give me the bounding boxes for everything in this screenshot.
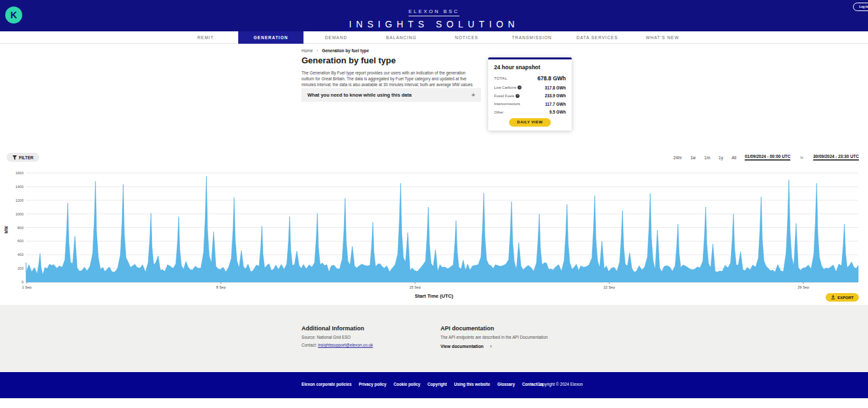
snapshot-total-row: TOTAL 678.8 GWh bbox=[494, 75, 566, 82]
info-expander[interactable]: What you need to know while using this d… bbox=[302, 88, 481, 102]
snapshot-title: 24 hour snapshot bbox=[494, 64, 566, 71]
row-label: Low Carbons bbox=[494, 86, 516, 89]
export-button[interactable]: EXPORT bbox=[826, 293, 859, 302]
top-header: K ELEXON BSC INSIGHTS SOLUTION Log in bbox=[0, 0, 868, 31]
chevron-right-icon: › bbox=[490, 344, 491, 349]
svg-text:1000: 1000 bbox=[16, 212, 23, 216]
tab-notices[interactable]: NOTICES bbox=[434, 31, 499, 44]
row-value: 9.5 GWh bbox=[550, 110, 566, 114]
total-value: 678.8 GWh bbox=[538, 75, 566, 82]
contact-email-link[interactable]: insightssupport@elexon.co.uk bbox=[318, 343, 373, 347]
range-1y[interactable]: 1y bbox=[719, 155, 723, 160]
row-value: 117.7 GWh bbox=[545, 102, 566, 106]
info-band: Additional Information Source: National … bbox=[0, 305, 868, 372]
svg-text:1200: 1200 bbox=[16, 198, 23, 202]
footer-link-using-this-website[interactable]: Using this website bbox=[454, 382, 490, 386]
footer-link-glossary[interactable]: Glossary bbox=[497, 382, 515, 386]
svg-text:800: 800 bbox=[18, 226, 23, 230]
svg-text:200: 200 bbox=[18, 266, 23, 270]
source-line: Source: National Grid ESO bbox=[302, 335, 373, 339]
view-documentation-label: View documentation bbox=[441, 344, 484, 349]
chart-section: FILTER 24hr 1w 1m 1y All 01/09/2024 - 00… bbox=[0, 149, 868, 305]
svg-text:15 Sep: 15 Sep bbox=[409, 285, 420, 289]
date-to-label: to bbox=[800, 155, 803, 159]
contact-line: Contact: insightssupport@elexon.co.uk bbox=[302, 343, 373, 347]
footer-copyright: Copyright © 2024 Elexon bbox=[537, 382, 583, 386]
info-icon[interactable]: ? bbox=[518, 86, 521, 89]
footer-link-copyright[interactable]: Copyright bbox=[427, 382, 447, 386]
date-from-field[interactable]: 01/09/2024 - 00:00 UTC bbox=[745, 154, 790, 161]
brand-block: ELEXON BSC INSIGHTS SOLUTION bbox=[0, 4, 868, 29]
tab-balancing[interactable]: BALANCING bbox=[369, 31, 434, 44]
x-axis-title: Start Time (UTC) bbox=[0, 293, 868, 299]
api-body: The API endpoints are described in the A… bbox=[441, 335, 548, 339]
tab-generation[interactable]: GENERATION bbox=[238, 31, 303, 44]
range-all[interactable]: All bbox=[732, 155, 736, 160]
row-label: Fossil Fuels bbox=[494, 94, 514, 98]
row-value: 317.8 GWh bbox=[545, 86, 566, 90]
breadcrumb-chevron-icon: › bbox=[317, 48, 318, 53]
snapshot-row-low-carbons: Low Carbons? 317.8 GWh bbox=[494, 86, 566, 90]
date-to-field[interactable]: 30/09/2024 - 23:30 UTC bbox=[813, 154, 859, 161]
row-value: 233.9 GWh bbox=[545, 93, 566, 98]
row-label: Other bbox=[494, 110, 504, 114]
svg-text:0: 0 bbox=[22, 280, 23, 284]
svg-text:600: 600 bbox=[18, 239, 23, 243]
daily-view-button[interactable]: DAILY VIEW bbox=[509, 118, 550, 127]
filter-button[interactable]: FILTER bbox=[7, 153, 39, 162]
additional-information-heading: Additional Information bbox=[302, 325, 373, 332]
range-selector: 24hr 1w 1m 1y All 01/09/2024 - 00:00 UTC… bbox=[674, 154, 859, 161]
tab-whats-new[interactable]: WHAT'S NEW bbox=[630, 31, 695, 44]
svg-text:400: 400 bbox=[18, 253, 23, 257]
svg-text:1600: 1600 bbox=[16, 171, 23, 175]
additional-information: Additional Information Source: National … bbox=[302, 325, 373, 347]
snapshot-row-fossil-fuels: Fossil Fuels? 233.9 GWh bbox=[494, 93, 566, 98]
view-documentation-link[interactable]: View documentation› bbox=[441, 344, 548, 349]
tab-remit[interactable]: REMIT bbox=[173, 31, 238, 44]
svg-text:MW: MW bbox=[4, 225, 8, 233]
primary-nav: REMIT GENERATION DEMAND BALANCING NOTICE… bbox=[0, 31, 868, 44]
footer-links: Elexon corporate policies Privacy policy… bbox=[302, 382, 543, 386]
breadcrumb-home[interactable]: Home bbox=[302, 48, 313, 53]
brand-elexon-bsc: ELEXON BSC bbox=[409, 8, 459, 16]
bottom-strip bbox=[0, 398, 868, 408]
svg-text:8 Sep: 8 Sep bbox=[216, 285, 225, 289]
filter-label: FILTER bbox=[19, 155, 33, 160]
login-button[interactable]: Log in bbox=[853, 3, 868, 11]
breadcrumb-current: Generation by fuel type bbox=[322, 48, 369, 53]
range-1m[interactable]: 1m bbox=[704, 155, 710, 160]
row-label: Interconnectors bbox=[494, 102, 520, 106]
total-label: TOTAL bbox=[494, 76, 507, 80]
footer-link-privacy[interactable]: Privacy policy bbox=[359, 382, 386, 386]
snapshot-card: 24 hour snapshot TOTAL 678.8 GWh Low Car… bbox=[488, 57, 572, 131]
info-expander-label: What you need to know while using this d… bbox=[307, 92, 412, 98]
page-title: Generation by fuel type bbox=[302, 55, 395, 65]
info-icon[interactable]: ? bbox=[516, 94, 519, 98]
svg-text:29 Sep: 29 Sep bbox=[798, 285, 809, 289]
tab-data-services[interactable]: DATA SERVICES bbox=[565, 31, 630, 44]
contact-label: Contact: bbox=[302, 343, 318, 347]
generation-area-chart[interactable]: 020040060080010001200140016001 Sep8 Sep1… bbox=[0, 167, 868, 292]
breadcrumb: Home › Generation by fuel type bbox=[302, 48, 369, 53]
funnel-icon bbox=[12, 155, 17, 160]
svg-text:1 Sep: 1 Sep bbox=[22, 285, 31, 289]
range-1w[interactable]: 1w bbox=[690, 155, 696, 160]
download-icon bbox=[831, 295, 835, 300]
site-footer: Elexon corporate policies Privacy policy… bbox=[0, 372, 868, 398]
snapshot-row-interconnectors: Interconnectors 117.7 GWh bbox=[494, 102, 566, 106]
api-documentation: API documentation The API endpoints are … bbox=[441, 325, 548, 349]
page-intro: Home › Generation by fuel type Generatio… bbox=[0, 44, 868, 149]
tab-transmission[interactable]: TRANSMISSION bbox=[499, 31, 565, 44]
footer-link-corporate-policies[interactable]: Elexon corporate policies bbox=[302, 382, 352, 386]
plus-icon: + bbox=[471, 91, 475, 99]
svg-text:22 Sep: 22 Sep bbox=[604, 285, 615, 289]
range-24hr[interactable]: 24hr bbox=[674, 155, 682, 160]
export-label: EXPORT bbox=[837, 296, 854, 300]
svg-text:1400: 1400 bbox=[16, 185, 23, 189]
api-documentation-heading: API documentation bbox=[441, 325, 548, 332]
tab-demand[interactable]: DEMAND bbox=[303, 31, 369, 44]
footer-link-cookie[interactable]: Cookie policy bbox=[394, 382, 420, 386]
snapshot-row-other: Other 9.5 GWh bbox=[494, 110, 566, 114]
brand-insights-solution: INSIGHTS SOLUTION bbox=[0, 19, 868, 29]
